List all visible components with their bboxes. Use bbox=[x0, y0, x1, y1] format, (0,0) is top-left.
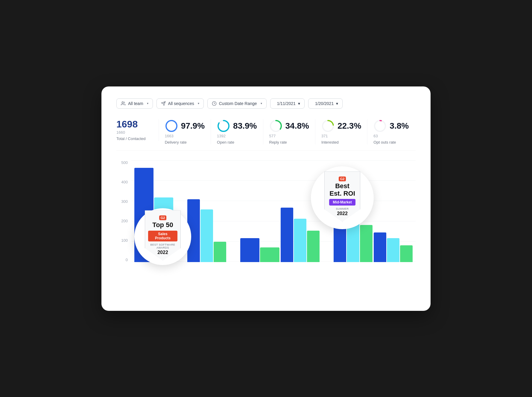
stat-label-total: Total / Contacted bbox=[116, 136, 146, 141]
bar-blue-4 bbox=[240, 238, 259, 262]
stat-opt-outs: 3.8% 63 Opt outs rate bbox=[367, 119, 416, 144]
reply-circle bbox=[269, 119, 282, 133]
y-label-200: 200 bbox=[121, 219, 128, 223]
svg-point-20 bbox=[375, 121, 385, 131]
bar-cyan-8 bbox=[387, 238, 399, 262]
stat-reply-rate: 34.8% 577 Reply rate bbox=[263, 119, 315, 144]
sequences-chevron: ▾ bbox=[198, 102, 199, 105]
stat-main-interested: 22.3% bbox=[321, 119, 361, 133]
delivery-circle bbox=[165, 119, 178, 133]
badge-roi: G2 Best Est. ROI Mid-Market SUMMER 2022 bbox=[311, 166, 374, 229]
team-chevron: ▾ bbox=[147, 102, 148, 105]
bar-green-2 bbox=[214, 242, 226, 262]
date-range-filter-button[interactable]: Custom Date Range ▾ bbox=[207, 98, 267, 109]
clock-icon bbox=[212, 101, 217, 106]
badge-top50-title: Top 50 bbox=[148, 221, 177, 229]
badge-roi-year: 2022 bbox=[328, 211, 357, 216]
badge-top50-inner: G2 Top 50 Sales Products Best Software A… bbox=[142, 210, 184, 262]
date-from-button[interactable]: 1/11/2021 ▾ bbox=[270, 98, 305, 109]
badge-roi-g2: G2 bbox=[339, 177, 346, 181]
bar-group-2 bbox=[187, 199, 226, 262]
bar-green-5 bbox=[307, 231, 320, 262]
stat-label-reply: Reply rate bbox=[269, 140, 287, 144]
stat-reply-value: 34.8% bbox=[285, 122, 309, 130]
date-from-chevron: ▾ bbox=[298, 101, 300, 106]
stat-sub-reply: 577 bbox=[269, 134, 276, 138]
badge-roi-bar: Mid-Market bbox=[329, 199, 355, 206]
stat-sub-open: 1392 bbox=[217, 134, 226, 138]
bar-green-4 bbox=[260, 247, 279, 262]
open-circle bbox=[217, 119, 230, 133]
bar-blue-8 bbox=[374, 232, 386, 262]
stat-interested: 22.3% 371 Interested bbox=[315, 119, 367, 144]
stat-main-reply: 34.8% bbox=[269, 119, 309, 133]
filters-row: All team ▾ All sequences ▾ Custom Date R… bbox=[116, 98, 416, 109]
stat-sub-total: 1660 bbox=[116, 130, 125, 135]
team-filter-button[interactable]: All team ▾ bbox=[116, 98, 153, 109]
badge-roi-inner: G2 Best Est. ROI Mid-Market SUMMER 2022 bbox=[321, 171, 363, 223]
stat-delivery-rate: 97.9% 1663 Delivery rate bbox=[159, 119, 211, 144]
y-label-100: 100 bbox=[121, 238, 128, 243]
badge-roi-season: SUMMER bbox=[328, 207, 357, 210]
stat-sub-optouts: 63 bbox=[373, 134, 378, 138]
bar-blue-5 bbox=[281, 208, 293, 262]
stat-open-value: 83.9% bbox=[233, 122, 257, 130]
stat-open-rate: 83.9% 1392 Open rate bbox=[211, 119, 263, 144]
stat-sub-interested: 371 bbox=[321, 134, 328, 138]
date-to-chevron: ▾ bbox=[336, 101, 338, 106]
stat-interested-value: 22.3% bbox=[338, 122, 361, 130]
stat-main-open: 83.9% bbox=[217, 119, 257, 133]
date-to-value: 1/20/2021 bbox=[315, 101, 334, 106]
badge-top50-shield: G2 Top 50 Sales Products Best Software A… bbox=[145, 210, 181, 261]
date-range-label: Custom Date Range bbox=[219, 101, 257, 106]
stat-total-value: 1698 bbox=[116, 119, 138, 129]
stat-main-total: 1698 bbox=[116, 119, 138, 129]
bar-cyan-5 bbox=[294, 219, 306, 262]
bar-cyan-2 bbox=[200, 209, 213, 262]
svg-point-0 bbox=[122, 102, 123, 103]
bar-green-7 bbox=[360, 225, 373, 262]
bar-group-4 bbox=[240, 238, 279, 262]
stat-label-optouts: Opt outs rate bbox=[373, 140, 396, 144]
svg-point-13 bbox=[166, 121, 177, 131]
date-to-button[interactable]: 1/20/2021 ▾ bbox=[308, 98, 343, 109]
bar-group-8 bbox=[374, 232, 413, 262]
stat-total-contacted: 1698 1660 Total / Contacted bbox=[116, 119, 159, 141]
badge-top50-bar: Sales Products bbox=[148, 231, 177, 241]
stat-optouts-value: 3.8% bbox=[390, 122, 409, 130]
y-label-500: 500 bbox=[121, 160, 128, 165]
team-icon bbox=[121, 101, 126, 106]
stat-main-delivery: 97.9% bbox=[165, 119, 205, 133]
sequences-filter-label: All sequences bbox=[168, 101, 194, 106]
bar-green-8 bbox=[400, 245, 413, 262]
stat-sub-delivery: 1663 bbox=[165, 134, 174, 138]
stat-label-open: Open rate bbox=[217, 140, 234, 144]
sequences-filter-button[interactable]: All sequences ▾ bbox=[156, 98, 204, 109]
badge-roi-title: Best Est. ROI bbox=[328, 182, 357, 197]
interested-circle bbox=[321, 119, 335, 133]
y-label-300: 300 bbox=[121, 199, 128, 204]
y-label-0: 0 bbox=[126, 258, 128, 262]
optouts-circle bbox=[373, 119, 387, 133]
badge-roi-shield: G2 Best Est. ROI Mid-Market SUMMER 2022 bbox=[324, 171, 360, 222]
bar-group-5 bbox=[281, 208, 320, 262]
badge-top50-g2: G2 bbox=[159, 215, 167, 220]
badge-top50: G2 Top 50 Sales Products Best Software A… bbox=[134, 208, 191, 265]
team-filter-label: All team bbox=[128, 101, 143, 106]
y-label-400: 400 bbox=[121, 180, 128, 184]
chart-area: 500 400 300 200 100 0 bbox=[116, 160, 416, 274]
stat-delivery-value: 97.9% bbox=[181, 122, 205, 130]
date-range-chevron: ▾ bbox=[261, 102, 262, 105]
stat-label-interested: Interested bbox=[321, 140, 339, 144]
stat-main-optouts: 3.8% bbox=[373, 119, 409, 133]
date-from-value: 1/11/2021 bbox=[277, 101, 296, 106]
stats-row: 1698 1660 Total / Contacted 97.9% 1663 D… bbox=[116, 119, 416, 151]
stat-label-delivery: Delivery rate bbox=[165, 140, 187, 144]
badge-top50-sub: Best Software Awards bbox=[148, 243, 177, 249]
chart-y-labels: 500 400 300 200 100 0 bbox=[116, 160, 131, 262]
dashboard-container: All team ▾ All sequences ▾ Custom Date R… bbox=[101, 86, 431, 311]
badge-top50-year: 2022 bbox=[148, 250, 177, 255]
sequences-icon bbox=[161, 101, 166, 106]
